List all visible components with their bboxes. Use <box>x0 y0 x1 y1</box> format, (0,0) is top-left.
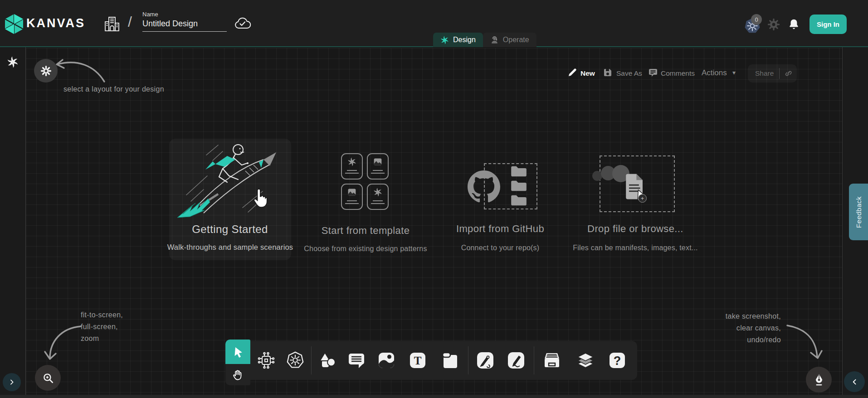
chevron-right-icon <box>8 379 15 386</box>
toolbar-divider <box>311 346 312 374</box>
kanvas-app: KANVAS / Name <box>0 0 868 398</box>
feedback-tab[interactable]: Feedback <box>849 184 868 240</box>
comments-button[interactable]: Comments <box>661 69 695 78</box>
pen-nib-icon <box>813 374 825 386</box>
layout-hint-arrow <box>51 51 110 87</box>
new-button[interactable]: New <box>580 69 595 78</box>
svg-text:T: T <box>414 354 422 367</box>
help-tool-button[interactable]: ? <box>608 351 627 370</box>
breadcrumb-separator: / <box>128 14 132 30</box>
share-label: Share <box>755 69 774 78</box>
comments-icon[interactable] <box>648 67 658 78</box>
actions-caret-icon[interactable]: ▾ <box>732 69 736 76</box>
left-sidebar <box>0 47 26 395</box>
card-drop-subtitle: Files can be manifests, images, text... <box>567 244 703 252</box>
settings-gear-icon[interactable] <box>767 18 780 31</box>
card-github-title[interactable]: Import from GitHub <box>432 223 568 235</box>
card-getting-started-subtitle: Walk-throughs and sample scenarios <box>166 243 295 252</box>
drawer-archive-icon <box>542 351 561 370</box>
card-template-subtitle: Choose from existing design patterns <box>297 245 434 253</box>
card-template-thumbnails[interactable] <box>341 153 389 210</box>
bottom-edge-strip <box>0 395 868 398</box>
design-name-input[interactable] <box>142 19 227 32</box>
repo-folder-icon <box>510 194 528 207</box>
toolbar-divider <box>468 346 468 374</box>
pan-tool-button[interactable] <box>225 364 250 385</box>
actions-menu[interactable]: Actions <box>702 68 727 78</box>
image-icon <box>373 157 382 166</box>
card-template-title[interactable]: Start from template <box>297 225 434 237</box>
organization-icon[interactable] <box>103 15 121 33</box>
plus-badge-icon: + <box>638 194 647 203</box>
text-icon: T <box>408 351 427 370</box>
hand-pointer-cursor-icon <box>252 188 271 209</box>
layout-hint-text: select a layout for your design <box>63 83 164 95</box>
expand-left-panel-button[interactable] <box>3 373 21 391</box>
layers-tool-button[interactable] <box>576 351 595 370</box>
pen-tool-icon <box>476 351 495 370</box>
header: KANVAS / Name <box>0 0 868 47</box>
share-button[interactable]: Share <box>748 64 797 83</box>
layout-asterisk-icon <box>40 65 52 77</box>
design-name-label: Name <box>142 11 158 18</box>
share-link-icon <box>784 69 792 78</box>
tab-operate[interactable]: Operate <box>483 33 536 47</box>
shapes-tool-button[interactable] <box>318 351 337 370</box>
cursor-arrow-icon <box>232 345 244 358</box>
layers-stack-icon <box>576 351 595 370</box>
tab-design[interactable]: Design <box>433 33 483 47</box>
mode-tabs: Design Operate <box>433 33 536 47</box>
note-tool-button[interactable] <box>440 351 459 370</box>
card-github-subtitle: Connect to your repo(s) <box>432 244 568 252</box>
image-media-icon <box>377 351 396 370</box>
text-tool-button[interactable]: T <box>408 351 427 370</box>
template-thumb <box>341 184 363 210</box>
kubernetes-wheel-icon <box>286 351 305 370</box>
save-as-button[interactable]: Save As <box>616 69 642 78</box>
new-pencil-icon[interactable] <box>567 67 578 78</box>
meshery-spinner-icon[interactable] <box>7 56 19 68</box>
comment-bubble-icon <box>347 351 366 370</box>
image-icon <box>347 188 356 197</box>
repo-folder-icon <box>510 180 528 192</box>
shapes-icon <box>318 351 337 370</box>
logo-text: KANVAS <box>26 16 85 30</box>
design-spiral-icon <box>440 36 449 44</box>
component-tool-button[interactable] <box>257 351 276 370</box>
hand-tool-icon <box>232 369 244 381</box>
card-drop-title[interactable]: Drop file or browse... <box>567 223 703 235</box>
drawer-tool-button[interactable] <box>542 351 561 370</box>
template-thumb <box>367 184 389 210</box>
kanvas-logo-icon <box>5 14 24 34</box>
toolbar-divider <box>534 346 534 374</box>
sticky-note-icon <box>440 351 459 370</box>
zoom-hint-arrow <box>42 320 83 364</box>
card-getting-started-title: Getting Started <box>171 223 289 236</box>
card-getting-started[interactable] <box>169 139 291 260</box>
cloud-saved-icon <box>234 17 251 30</box>
pen-tool-button[interactable] <box>476 351 495 370</box>
spiral-icon <box>347 157 356 166</box>
zoom-hint-text: fit-to-screen, full-screen, zoom <box>81 309 123 345</box>
save-as-icon[interactable] <box>602 67 613 78</box>
spiral-icon <box>373 188 382 197</box>
svg-text:?: ? <box>614 354 621 368</box>
select-tool-button[interactable] <box>225 340 250 364</box>
share-divider <box>779 68 780 79</box>
operate-headset-icon <box>490 36 499 44</box>
notifications-bell-icon[interactable] <box>788 18 800 31</box>
image-tool-button[interactable] <box>377 351 396 370</box>
help-question-icon: ? <box>608 351 627 370</box>
template-thumb <box>367 153 389 180</box>
pencil-draw-button[interactable] <box>507 351 526 370</box>
screenshot-hint-arrow <box>785 318 823 362</box>
screenshot-pen-button[interactable] <box>806 367 832 393</box>
expand-right-panel-button[interactable] <box>844 371 865 392</box>
tab-design-label: Design <box>453 36 476 44</box>
zoom-button[interactable] <box>35 365 61 391</box>
tab-operate-label: Operate <box>503 36 529 44</box>
comment-tool-button[interactable] <box>347 351 366 370</box>
kubernetes-tool-button[interactable] <box>286 351 305 370</box>
sign-in-button[interactable]: Sign In <box>809 15 847 34</box>
credits-badge: 0 <box>751 14 762 25</box>
